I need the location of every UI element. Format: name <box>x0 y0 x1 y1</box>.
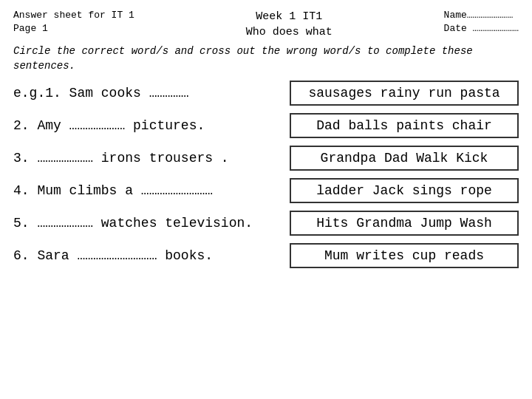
answer-box-5: Hits Grandma Jump Wash <box>290 211 519 236</box>
question-eg-text: e.g.1. Sam cooks …………… <box>13 86 279 100</box>
question-2-text: 2. Amy ………………… pictures. <box>13 118 279 133</box>
header-left: Answer sheet for IT 1 Page 1 <box>13 9 134 35</box>
answer-box-6: Mum writes cup reads <box>290 243 519 268</box>
question-2: 2. Amy ………………… pictures. Dad balls paint… <box>13 113 519 138</box>
question-6-text: 6. Sara ………………………… books. <box>13 248 279 263</box>
question-eg: e.g.1. Sam cooks …………… sausages rainy ru… <box>13 81 519 106</box>
header-center: Week 1 IT1 Who does what <box>246 9 332 40</box>
questions-list: e.g.1. Sam cooks …………… sausages rainy ru… <box>13 81 519 268</box>
answer-box-2: Dad balls paints chair <box>290 113 519 138</box>
question-3-text: 3. ………………… irons trousers . <box>13 151 279 166</box>
name-label: Name…………………… <box>444 9 519 22</box>
question-5-text: 5. ………………… watches television. <box>13 216 279 231</box>
worksheet-page: Answer sheet for IT 1 Page 1 Week 1 IT1 … <box>0 0 532 399</box>
question-5: 5. ………………… watches television. Hits Gran… <box>13 211 519 236</box>
date-label: Date …………………… <box>444 22 519 35</box>
question-4: 4. Mum climbs a ……………………… ladder Jack si… <box>13 178 519 203</box>
week-label: Week 1 IT1 <box>246 9 332 24</box>
answer-box-eg: sausages rainy run pasta <box>290 81 519 106</box>
header-right: Name…………………… Date …………………… <box>444 9 519 35</box>
instructions: Circle the correct word/s and cross out … <box>13 44 519 73</box>
page-label: Page 1 <box>13 22 134 35</box>
answer-sheet-label: Answer sheet for IT 1 <box>13 9 134 22</box>
answer-box-3: Grandpa Dad Walk Kick <box>290 146 519 171</box>
question-4-text: 4. Mum climbs a ……………………… <box>13 183 279 198</box>
title: Who does what <box>246 24 332 40</box>
question-6: 6. Sara ………………………… books. Mum writes cup… <box>13 243 519 268</box>
question-3: 3. ………………… irons trousers . Grandpa Dad … <box>13 146 519 171</box>
answer-box-4: ladder Jack sings rope <box>290 178 519 203</box>
header: Answer sheet for IT 1 Page 1 Week 1 IT1 … <box>13 9 519 40</box>
